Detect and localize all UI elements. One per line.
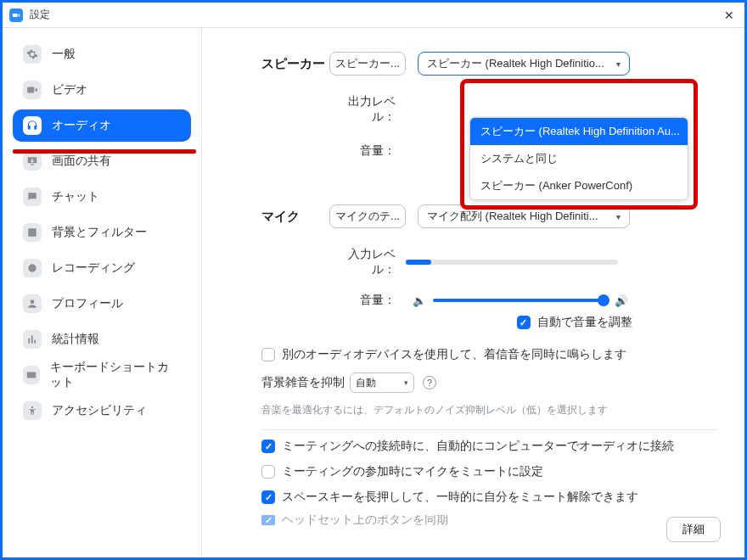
sidebar-item-profile[interactable]: プロフィール: [13, 288, 191, 320]
divider: [261, 429, 717, 430]
noise-hint-text: 音楽を最適化するには、デフォルトのノイズ抑制レベル（低）を選択します: [261, 403, 717, 417]
sidebar-item-label: 背景とフィルター: [52, 225, 147, 240]
sidebar-item-stats[interactable]: 統計情報: [13, 323, 191, 356]
sidebar-item-recording[interactable]: レコーディング: [13, 252, 191, 284]
mic-section-label: マイク: [261, 209, 329, 225]
auto-join-audio-label: ミーティングへの接続時に、自動的にコンピューターでオーディオに接続: [282, 439, 674, 454]
separate-ringtone-checkbox[interactable]: [261, 348, 275, 361]
titlebar: 設定 ✕: [3, 3, 744, 28]
sidebar-item-chat[interactable]: チャット: [13, 181, 191, 213]
sidebar-item-label: ビデオ: [52, 82, 87, 98]
sidebar-item-audio[interactable]: オーディオ: [13, 109, 191, 142]
share-screen-icon: [23, 152, 42, 171]
space-unmute-checkbox[interactable]: [261, 490, 275, 504]
gear-icon: [23, 45, 42, 64]
stats-icon: [23, 330, 42, 349]
sidebar-item-label: レコーディング: [52, 260, 135, 276]
speaker-section-label: スピーカー: [261, 56, 329, 72]
chevron-down-icon: ▾: [404, 378, 408, 387]
input-level-label: 入力レベル：: [329, 247, 406, 277]
sidebar-item-video[interactable]: ビデオ: [13, 74, 191, 106]
highlight-underline: [13, 149, 196, 154]
test-mic-button[interactable]: マイクのテ...: [329, 204, 406, 228]
sidebar-item-label: チャット: [52, 189, 99, 204]
speaker-volume-label: 音量：: [329, 143, 406, 159]
sidebar: 一般 ビデオ オーディオ 画面の共有 チャット 背景とフィルター レコーディング: [3, 28, 202, 557]
mic-select-value: マイク配列 (Realtek High Definiti...: [427, 209, 611, 224]
speaker-dropdown: スピーカー (Realtek High Definition Au... システ…: [469, 117, 688, 200]
sidebar-item-label: キーボードショートカット: [50, 360, 181, 390]
noise-suppress-value: 自動: [356, 376, 376, 390]
mic-volume-slider[interactable]: [433, 299, 608, 302]
speaker-option-2[interactable]: スピーカー (Anker PowerConf): [470, 172, 688, 199]
svg-point-1: [31, 406, 33, 408]
record-icon: [23, 259, 42, 277]
background-icon: [23, 223, 42, 242]
headset-sync-checkbox[interactable]: [261, 515, 275, 525]
volume-low-icon: 🔈: [413, 294, 426, 307]
space-unmute-label: スペースキーを長押しして、一時的に自分をミュート解除できます: [282, 490, 638, 505]
mute-on-join-checkbox[interactable]: [261, 465, 275, 479]
sidebar-item-background[interactable]: 背景とフィルター: [13, 216, 191, 249]
sidebar-item-general[interactable]: 一般: [13, 38, 191, 70]
sidebar-item-label: アクセシビリティ: [52, 403, 147, 418]
video-icon: [23, 81, 42, 99]
advanced-button[interactable]: 詳細: [666, 517, 721, 542]
volume-high-icon: 🔊: [615, 294, 628, 307]
sidebar-item-accessibility[interactable]: アクセシビリティ: [13, 395, 191, 427]
speaker-dropdown-highlight: スピーカー (Realtek High Definition Au... システ…: [460, 79, 698, 210]
keyboard-icon: [23, 366, 40, 384]
profile-icon: [23, 294, 42, 313]
speaker-select[interactable]: スピーカー (Realtek High Definitio... ▾: [418, 52, 630, 76]
noise-suppress-select[interactable]: 自動 ▾: [350, 372, 414, 393]
headphones-icon: [23, 116, 42, 135]
sidebar-item-label: プロフィール: [52, 296, 123, 311]
accessibility-icon: [23, 401, 42, 420]
sidebar-item-shortcuts[interactable]: キーボードショートカット: [13, 359, 191, 391]
headset-sync-label: ヘッドセット上のボタンを同期: [282, 515, 448, 525]
output-level-label: 出力レベル：: [329, 94, 406, 125]
mute-on-join-label: ミーティングの参加時にマイクをミュートに設定: [282, 464, 543, 479]
close-button[interactable]: ✕: [721, 8, 738, 22]
speaker-select-value: スピーカー (Realtek High Definitio...: [427, 56, 611, 71]
sidebar-item-label: 一般: [52, 47, 76, 62]
auto-volume-checkbox[interactable]: [517, 316, 531, 329]
auto-join-audio-checkbox[interactable]: [261, 440, 275, 453]
chevron-down-icon: ▾: [616, 59, 621, 69]
mic-volume-label: 音量：: [329, 293, 406, 308]
zoom-app-icon: [9, 8, 23, 22]
chevron-down-icon: ▾: [616, 212, 621, 221]
mic-input-level-meter: [406, 260, 618, 265]
separate-ringtone-label: 別のオーディオデバイスを使用して、着信音を同時に鳴らします: [282, 347, 626, 362]
svg-point-0: [28, 264, 36, 272]
speaker-option-0[interactable]: スピーカー (Realtek High Definition Au...: [470, 118, 688, 145]
auto-volume-label: 自動で音量を調整: [537, 315, 632, 330]
sidebar-item-label: 統計情報: [52, 332, 99, 347]
speaker-option-1[interactable]: システムと同じ: [470, 145, 688, 172]
help-icon[interactable]: ?: [423, 376, 436, 389]
sidebar-item-label: オーディオ: [52, 118, 111, 133]
content-pane: スピーカー スピーカー... スピーカー (Realtek High Defin…: [202, 28, 744, 557]
test-speaker-button[interactable]: スピーカー...: [329, 52, 406, 76]
window-title: 設定: [30, 8, 50, 22]
chat-icon: [23, 188, 42, 206]
sidebar-item-label: 画面の共有: [52, 154, 111, 169]
noise-suppress-label: 背景雑音を抑制: [261, 375, 345, 390]
